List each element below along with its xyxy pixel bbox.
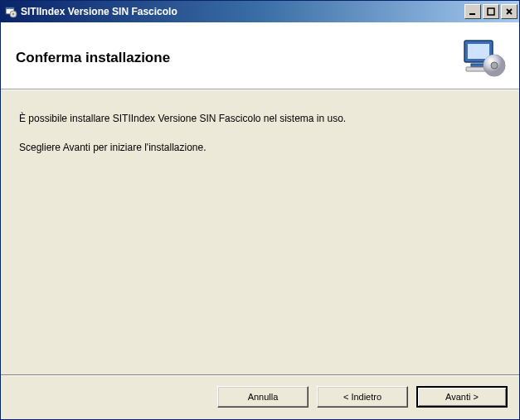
back-button[interactable]: < Indietro: [317, 386, 408, 408]
content-text-2: Scegliere Avanti per iniziare l'installa…: [19, 141, 501, 155]
svg-line-7: [507, 9, 512, 14]
installer-icon: [461, 37, 508, 79]
minimize-button[interactable]: [464, 4, 481, 19]
svg-point-14: [491, 62, 498, 69]
svg-rect-1: [6, 7, 14, 9]
window-title: SITIIndex Versione SIN Fascicolo: [21, 6, 464, 17]
svg-rect-9: [468, 44, 489, 59]
installer-window: SITIIndex Versione SIN Fascicolo Conferm…: [0, 0, 520, 420]
window-controls: [464, 4, 518, 19]
header-panel: Conferma installazione: [1, 22, 519, 89]
content-text-1: È possibile installare SITIIndex Version…: [19, 112, 501, 126]
page-title: Conferma installazione: [16, 50, 170, 66]
svg-line-6: [507, 9, 512, 14]
content-area: È possibile installare SITIIndex Version…: [1, 90, 519, 374]
button-row: Annulla < Indietro Avanti >: [1, 375, 519, 419]
app-icon: [4, 5, 17, 18]
next-button[interactable]: Avanti >: [416, 386, 508, 408]
titlebar: SITIIndex Versione SIN Fascicolo: [1, 1, 519, 22]
svg-point-3: [12, 13, 14, 15]
cancel-button[interactable]: Annulla: [217, 386, 309, 408]
close-button[interactable]: [501, 4, 518, 19]
maximize-button[interactable]: [483, 4, 499, 19]
svg-rect-5: [488, 8, 494, 15]
svg-rect-4: [469, 13, 475, 15]
